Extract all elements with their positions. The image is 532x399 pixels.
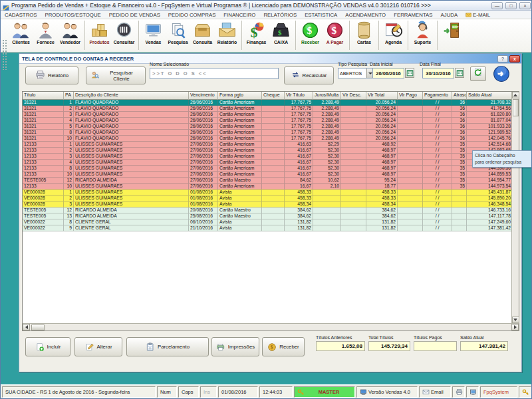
column-header-cheque[interactable]: Cheque bbox=[262, 92, 285, 100]
toolbar-button-receber[interactable]: $Receber bbox=[298, 19, 323, 51]
relatorio-button[interactable]: Relatório bbox=[25, 66, 78, 84]
scroll-left-icon[interactable] bbox=[23, 324, 30, 331]
toolbar-button-agenda[interactable]: Agenda bbox=[381, 19, 406, 51]
column-header-vencimento[interactable]: Vencimento bbox=[189, 92, 218, 100]
toolbar-button-relatorio[interactable]: Relatório bbox=[215, 19, 239, 51]
menu-item-financeiro[interactable]: FINANCEIRO bbox=[219, 12, 259, 18]
column-header-vlr-t-tulo[interactable]: Vlr Título bbox=[285, 92, 313, 100]
horizontal-scrollbar[interactable] bbox=[23, 323, 519, 331]
table-row-5[interactable]: 313215FLÁVIO QUADRADO26/06/2016Cartão Am… bbox=[23, 124, 511, 130]
toolbar-button-clientes[interactable]: Clientes bbox=[9, 19, 33, 51]
table-row-18[interactable]: VE0000283ULISSES GUIMARAES01/08/2016Avis… bbox=[23, 201, 511, 207]
toolbar-button-caixa[interactable]: $CAIXA bbox=[269, 19, 293, 51]
menu-item-agendamento[interactable]: AGENDAMENTO bbox=[341, 12, 390, 18]
tipo-pesquisa-dropdown[interactable]: ABERTOS bbox=[338, 68, 374, 78]
menu-item-pedido-de-vendas[interactable]: PEDIDO DE VENDAS bbox=[105, 12, 164, 18]
vertical-scroll-thumb[interactable] bbox=[513, 99, 519, 116]
cell: / / bbox=[423, 172, 452, 178]
panel-close-button[interactable]: x bbox=[509, 55, 520, 63]
column-header-forma-pgto[interactable]: Forma pgto bbox=[218, 92, 262, 100]
alterar-button[interactable]: Alterar bbox=[74, 337, 122, 356]
confirm-arrow-button[interactable] bbox=[493, 65, 510, 82]
table-row-9[interactable]: 121332ULISSES GUIMARAES27/06/2016Cartão … bbox=[23, 148, 511, 154]
menu-item-e-mail[interactable]: E-MAIL bbox=[462, 12, 494, 18]
toolbar-button-apagar[interactable]: $A Pagar bbox=[323, 19, 347, 51]
toolbar-button-pesquisa[interactable]: Pesquisa bbox=[166, 19, 190, 51]
cell bbox=[341, 207, 366, 213]
table-row-22[interactable]: VE0000229CLIENTE GERAL21/10/2016Avista13… bbox=[23, 225, 511, 231]
menu-item-estatistica[interactable]: ESTATISTICA bbox=[301, 12, 341, 18]
table-row-14[interactable]: TESTE00512RICARDO ALMEIDA27/06/2016Cartã… bbox=[23, 178, 511, 184]
table-row-6[interactable]: 313218FLÁVIO QUADRADO26/06/2016Cartão Am… bbox=[23, 130, 511, 136]
panel-help-button[interactable]: ? bbox=[497, 55, 508, 63]
table-row-15[interactable]: 1213310ULISSES GUIMARAES27/06/2016Cartão… bbox=[23, 184, 511, 190]
vertical-scrollbar[interactable] bbox=[511, 92, 519, 323]
toolbar-button-consultar[interactable]: Consultar bbox=[112, 19, 136, 51]
data-inicial-field[interactable]: 26/06/2016 bbox=[372, 68, 404, 78]
table-row-19[interactable]: TESTE00512RICARDO ALMEIDA20/08/2016Cartã… bbox=[23, 207, 511, 213]
toolbar-button-label: CAIXA bbox=[274, 40, 288, 45]
table-row-21[interactable]: VE0000228CLIENTE GERAL06/10/2016Avista13… bbox=[23, 219, 511, 225]
cell: 17.767,75 bbox=[285, 124, 313, 130]
receber-action-button[interactable]: $Receber bbox=[262, 337, 305, 356]
impressoes-button[interactable]: Impressões bbox=[211, 337, 259, 356]
calendar-icon[interactable] bbox=[455, 68, 464, 78]
menu-item-pedido-compras[interactable]: PEDIDO COMPRAS bbox=[164, 12, 219, 18]
table-row-13[interactable]: 1213310ULISSES GUIMARAES27/06/2016Cartão… bbox=[23, 172, 511, 178]
table-row-11[interactable]: 121334ULISSES GUIMARAES27/06/2016Cartão … bbox=[23, 160, 511, 166]
toolbar-button-cartas[interactable]: Cartas bbox=[352, 19, 376, 51]
toolbar-button-sair[interactable]: EXIT bbox=[440, 19, 464, 51]
restore-button[interactable]: □ bbox=[505, 2, 517, 9]
horizontal-scroll-thumb[interactable] bbox=[31, 325, 45, 331]
minimize-button[interactable]: — bbox=[491, 2, 503, 9]
toolbar-button-produtos[interactable]: Produtos bbox=[87, 19, 112, 51]
refresh-button[interactable] bbox=[470, 66, 486, 81]
column-header-pa[interactable]: PA bbox=[64, 92, 74, 100]
close-button[interactable]: × bbox=[519, 2, 531, 9]
toolbar-button-vendas[interactable]: Vendas bbox=[141, 19, 166, 51]
parcelamento-button[interactable]: Parcelamento bbox=[126, 337, 209, 356]
table-row-8[interactable]: 121331ULISSES GUIMARAES27/06/2016Cartão … bbox=[23, 142, 511, 148]
nome-selecionado-field[interactable]: >>T O D O S << bbox=[150, 68, 279, 79]
column-header-t-tulo[interactable]: Título bbox=[23, 92, 64, 100]
column-header-vlr-total[interactable]: Vlr Total bbox=[366, 92, 398, 100]
status-version: Versão Vendas 4.0 bbox=[356, 386, 418, 398]
column-header-vlr-desc[interactable]: Vlr Desc. bbox=[341, 92, 366, 100]
scroll-down-icon[interactable] bbox=[512, 317, 519, 323]
column-header-atraso[interactable]: Atraso bbox=[452, 92, 467, 100]
menu-item-ferramentas[interactable]: FERRAMENTAS bbox=[390, 12, 436, 18]
table-row-2[interactable]: 313212FLÁVIO QUADRADO26/06/2016Cartão Am… bbox=[23, 106, 511, 112]
toolbar-button-vendedor[interactable]: Vendedor bbox=[58, 19, 82, 51]
menu-item-produtos-estoque[interactable]: PRODUTOS/ESTOQUE bbox=[41, 12, 105, 18]
recalcular-button[interactable]: Recalcular bbox=[284, 66, 334, 84]
data-final-field[interactable]: 30/10/2016 bbox=[422, 68, 454, 78]
column-header-descri-o-do-cliente[interactable]: Descrição do Cliente bbox=[74, 92, 189, 100]
menu-item-relat-rios[interactable]: RELATÓRIOS bbox=[259, 12, 301, 18]
table-row-17[interactable]: VE0000282ULISSES GUIMARAES01/08/2016Avis… bbox=[23, 196, 511, 201]
scroll-right-icon[interactable] bbox=[511, 324, 519, 331]
toolbar-button-financas[interactable]: $Finanças bbox=[244, 19, 269, 51]
table-row-1[interactable]: 313211FLÁVIO QUADRADO26/06/2016Cartão Am… bbox=[23, 100, 511, 106]
scroll-up-icon[interactable] bbox=[512, 92, 519, 98]
toolbar-button-fornece[interactable]: Fornece bbox=[33, 19, 58, 51]
table-row-4[interactable]: 313214FLÁVIO QUADRADO26/06/2016Cartão Am… bbox=[23, 118, 511, 124]
incluir-button[interactable]: Incluir bbox=[25, 337, 70, 356]
menu-item-ajuda[interactable]: AJUDA bbox=[437, 12, 462, 18]
calendar-icon[interactable] bbox=[405, 68, 414, 78]
svg-text:$: $ bbox=[332, 25, 337, 36]
table-row-12[interactable]: 121338ULISSES GUIMARAES27/06/2016Cartão … bbox=[23, 166, 511, 172]
column-header-saldo-atual[interactable]: Saldo Atual bbox=[467, 92, 511, 100]
column-header-juros-multa[interactable]: Juros/Multa bbox=[313, 92, 341, 100]
table-row-7[interactable]: 3132110FLÁVIO QUADRADO26/06/2016Cartão A… bbox=[23, 136, 511, 142]
table-row-10[interactable]: 121333ULISSES GUIMARAES27/06/2016Cartão … bbox=[23, 154, 511, 160]
pesquisar-cliente-button[interactable]: Pesquisar Cliente bbox=[86, 66, 146, 84]
menu-item-cadastros[interactable]: CADASTROS bbox=[1, 12, 41, 18]
toolbar-button-consulta[interactable]: Consulta bbox=[190, 19, 215, 51]
table-row-16[interactable]: VE0000281ULISSES GUIMARAES01/08/2016Avis… bbox=[23, 190, 511, 196]
toolbar-button-suporte[interactable]: Suporte bbox=[410, 19, 435, 51]
toolbar-grip[interactable] bbox=[2, 39, 7, 70]
column-header-vlr-pago[interactable]: Vlr Pago bbox=[398, 92, 423, 100]
column-header-pagamento[interactable]: Pagamento bbox=[423, 92, 452, 100]
table-row-20[interactable]: TESTE00513RICARDO ALMEIDA25/08/2016Cartã… bbox=[23, 213, 511, 219]
table-row-3[interactable]: 313213FLÁVIO QUADRADO26/06/2016Cartão Am… bbox=[23, 112, 511, 118]
